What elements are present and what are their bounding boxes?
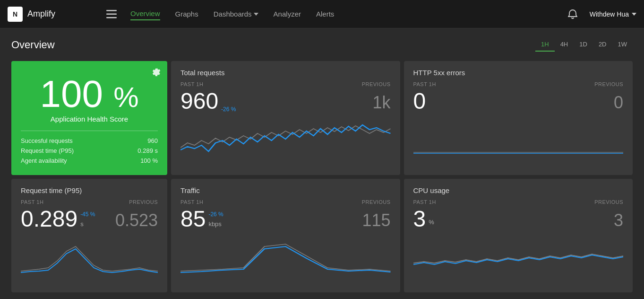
page-header: Overview 1H 4H 1D 2D 1W (11, 38, 633, 52)
navbar: N Amplify Overview Graphs Dashboards Ana… (0, 0, 644, 28)
time-1w[interactable]: 1W (612, 38, 633, 52)
time-4h[interactable]: 4H (555, 38, 574, 52)
health-score-number: 100 % (21, 75, 158, 113)
request-time-card: Request time (P95) PAST 1H PREVIOUS 0.28… (11, 179, 167, 292)
request-time-title: Request time (P95) (21, 186, 158, 194)
cpu-usage-previous: 3 (614, 211, 623, 230)
traffic-previous: 115 (362, 211, 390, 230)
time-1h[interactable]: 1H (535, 38, 555, 52)
nav-links: Overview Graphs Dashboards Analyzer Aler… (130, 8, 565, 20)
nav-analyzer[interactable]: Analyzer (274, 8, 301, 20)
brand: N Amplify (8, 7, 102, 22)
health-score-label: Application Health Score (21, 115, 158, 123)
svg-rect-0 (106, 10, 117, 11)
cpu-usage-unit: % (429, 219, 434, 226)
total-requests-prev-label: PREVIOUS (362, 81, 391, 87)
http-errors-previous: 0 (614, 93, 623, 113)
user-name: Withdew Hua (590, 10, 629, 18)
traffic-title: Traffic (180, 186, 391, 194)
traffic-past-label: PAST 1H (180, 199, 203, 205)
http-errors-card: HTTP 5xx errors PAST 1H PREVIOUS 0 0 (404, 61, 633, 175)
time-1d[interactable]: 1D (574, 38, 593, 52)
cpu-usage-chart (413, 237, 624, 285)
cpu-usage-card: CPU usage PAST 1H PREVIOUS 3 % 3 (404, 179, 633, 292)
health-stats: Succesful requests 960 Request time (P95… (21, 136, 158, 166)
total-requests-past-label: PAST 1H (180, 81, 203, 87)
http-errors-value: 0 (413, 90, 426, 113)
total-requests-title: Total requests (180, 69, 391, 77)
traffic-chart (180, 237, 391, 285)
http-errors-prev-label: PREVIOUS (594, 81, 623, 87)
traffic-unit: kbps (208, 220, 223, 228)
user-menu[interactable]: Withdew Hua (590, 10, 636, 18)
total-requests-previous: 1k (372, 93, 390, 113)
time-filters: 1H 4H 1D 2D 1W (535, 38, 633, 52)
cpu-usage-prev-label: PREVIOUS (594, 199, 623, 205)
traffic-change: -26 % (208, 211, 223, 218)
cpu-usage-past-label: PAST 1H (413, 199, 436, 205)
health-stat-availability: Agent availability 100 % (21, 156, 158, 166)
http-errors-title: HTTP 5xx errors (413, 69, 624, 77)
cards-row1: 100 % Application Health Score Succesful… (11, 61, 633, 175)
request-time-change: -45 % (80, 211, 95, 218)
request-time-past-label: PAST 1H (21, 199, 43, 205)
request-time-prev-label: PREVIOUS (129, 199, 158, 205)
traffic-prev-label: PREVIOUS (362, 199, 391, 205)
health-stat-successful: Succesful requests 960 (21, 136, 158, 146)
http-errors-past-label: PAST 1H (413, 81, 436, 87)
cpu-usage-value: 3 (413, 208, 426, 230)
request-time-previous: 0.523 (115, 211, 158, 230)
gear-icon[interactable] (152, 68, 161, 78)
nav-graphs[interactable]: Graphs (175, 8, 198, 20)
cpu-usage-title: CPU usage (413, 186, 624, 194)
health-stat-request-time: Request time (P95) 0.289 s (21, 146, 158, 156)
bell-icon[interactable] (565, 7, 580, 22)
brand-icon: N (8, 7, 23, 22)
total-requests-chart (180, 119, 391, 167)
main-content: Overview 1H 4H 1D 2D 1W 100 % Applicatio… (0, 28, 644, 299)
nav-overview[interactable]: Overview (130, 8, 160, 20)
page-title: Overview (11, 39, 55, 51)
svg-rect-2 (106, 17, 117, 18)
total-requests-card: Total requests PAST 1H PREVIOUS 960 -26 … (171, 61, 400, 175)
nav-dashboards[interactable]: Dashboards (214, 8, 258, 20)
traffic-card: Traffic PAST 1H PREVIOUS 85 -26 % kbps 1… (171, 179, 400, 292)
brand-name: Amplify (27, 9, 55, 19)
nav-menu-icon[interactable] (102, 5, 121, 24)
cards-row2: Request time (P95) PAST 1H PREVIOUS 0.28… (11, 179, 633, 292)
nav-right: Withdew Hua (565, 7, 636, 22)
time-2d[interactable]: 2D (593, 38, 612, 52)
nav-alerts[interactable]: Alerts (316, 8, 334, 20)
http-errors-chart (413, 119, 624, 167)
request-time-unit: s (80, 220, 95, 228)
total-requests-value: 960 (180, 90, 218, 113)
request-time-value: 0.289 (21, 208, 77, 230)
request-time-chart (21, 237, 158, 285)
traffic-value: 85 (180, 208, 206, 230)
health-card: 100 % Application Health Score Succesful… (11, 61, 167, 175)
svg-rect-1 (106, 13, 117, 15)
total-requests-change: -26 % (221, 106, 236, 113)
